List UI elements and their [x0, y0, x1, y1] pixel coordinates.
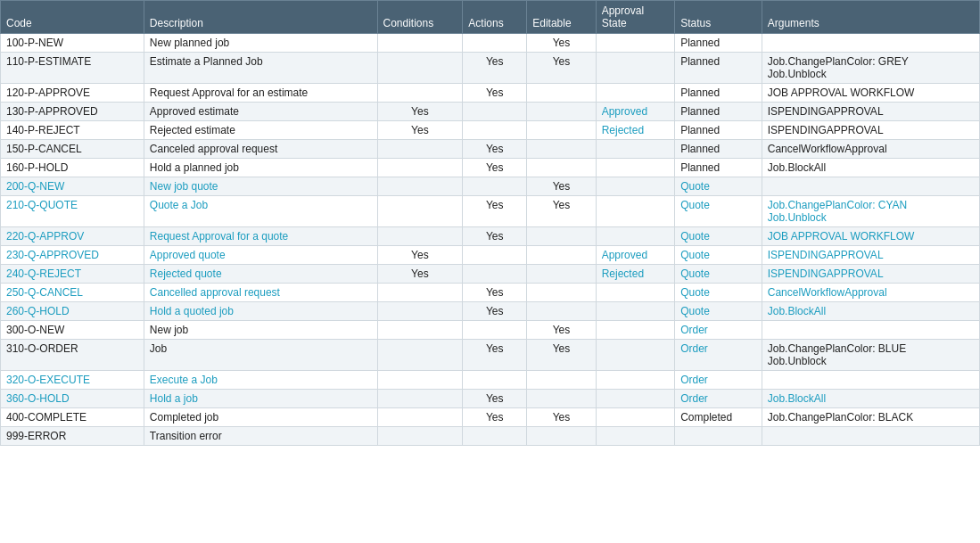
cell-arguments: Job.ChangePlanColor: GREYJob.Unblock: [762, 53, 979, 84]
cell-arguments: [762, 321, 979, 340]
cell-description: Quote a Job: [144, 196, 377, 227]
table-row: 320-O-EXECUTEExecute a JobOrder: [1, 371, 980, 390]
cell-description: New job quote: [144, 177, 377, 196]
cell-arguments: JOB APPROVAL WORKFLOW: [762, 227, 979, 246]
table-row: 200-Q-NEWNew job quoteYesQuote: [1, 177, 980, 196]
table-row: 260-Q-HOLDHold a quoted jobYesQuoteJob.B…: [1, 302, 980, 321]
cell-actions: Yes: [463, 302, 527, 321]
table-row: 150-P-CANCELCanceled approval requestYes…: [1, 140, 980, 159]
cell-approval-state: [596, 196, 674, 227]
table-row: 140-P-REJECTRejected estimateYesRejected…: [1, 121, 980, 140]
cell-code: 320-O-EXECUTE: [1, 371, 144, 390]
cell-editable: Yes: [527, 408, 596, 427]
cell-arguments: [762, 371, 979, 390]
cell-status: Planned: [675, 140, 762, 159]
cell-code: 260-Q-HOLD: [1, 302, 144, 321]
cell-approval-state: [596, 371, 674, 390]
cell-description: Hold a job: [144, 390, 377, 408]
cell-code: 310-O-ORDER: [1, 340, 144, 371]
cell-arguments: [762, 177, 979, 196]
cell-arguments: CancelWorkflowApproval: [762, 284, 979, 302]
cell-approval-state: [596, 284, 674, 302]
table-row: 120-P-APPROVERequest Approval for an est…: [1, 84, 980, 103]
cell-actions: Yes: [463, 140, 527, 159]
cell-approval-state: Rejected: [596, 265, 674, 284]
cell-actions: Yes: [463, 53, 527, 84]
cell-description: Cancelled approval request: [144, 284, 377, 302]
cell-editable: Yes: [527, 196, 596, 227]
cell-description: Hold a quoted job: [144, 302, 377, 321]
col-arguments: Arguments: [762, 1, 979, 34]
cell-approval-state: [596, 84, 674, 103]
col-editable: Editable: [527, 1, 596, 34]
cell-approval-state: [596, 340, 674, 371]
workflow-table: Code Description Conditions Actions Edit…: [0, 0, 980, 446]
cell-status: Completed: [675, 408, 762, 427]
cell-arguments: CancelWorkflowApproval: [762, 140, 979, 159]
cell-description: Job: [144, 340, 377, 371]
table-row: 220-Q-APPROVRequest Approval for a quote…: [1, 227, 980, 246]
cell-editable: [527, 390, 596, 408]
cell-arguments: Job.BlockAll: [762, 159, 979, 177]
cell-actions: Yes: [463, 390, 527, 408]
cell-status: Planned: [675, 34, 762, 53]
cell-conditions: Yes: [377, 246, 463, 265]
table-row: 360-O-HOLDHold a jobYesOrderJob.BlockAll: [1, 390, 980, 408]
cell-code: 400-COMPLETE: [1, 408, 144, 427]
cell-arguments: Job.ChangePlanColor: BLACK: [762, 408, 979, 427]
cell-status: [675, 427, 762, 446]
cell-code: 360-O-HOLD: [1, 390, 144, 408]
cell-code: 100-P-NEW: [1, 34, 144, 53]
col-conditions: Conditions: [377, 1, 463, 34]
cell-actions: [463, 177, 527, 196]
cell-conditions: [377, 321, 463, 340]
cell-description: Rejected estimate: [144, 121, 377, 140]
cell-actions: [463, 103, 527, 121]
table-row: 100-P-NEWNew planned jobYesPlanned: [1, 34, 980, 53]
cell-actions: Yes: [463, 284, 527, 302]
cell-status: Quote: [675, 284, 762, 302]
cell-actions: [463, 265, 527, 284]
cell-actions: Yes: [463, 340, 527, 371]
cell-editable: Yes: [527, 177, 596, 196]
col-approval-state: ApprovalState: [596, 1, 674, 34]
cell-status: Order: [675, 340, 762, 371]
cell-arguments: [762, 34, 979, 53]
cell-conditions: [377, 34, 463, 53]
cell-actions: Yes: [463, 227, 527, 246]
cell-editable: [527, 246, 596, 265]
cell-approval-state: [596, 140, 674, 159]
cell-approval-state: Approved: [596, 246, 674, 265]
cell-description: Approved quote: [144, 246, 377, 265]
cell-editable: [527, 302, 596, 321]
cell-description: Transition error: [144, 427, 377, 446]
table-header-row: Code Description Conditions Actions Edit…: [1, 1, 980, 34]
cell-conditions: [377, 427, 463, 446]
cell-code: 110-P-ESTIMATE: [1, 53, 144, 84]
cell-status: Quote: [675, 227, 762, 246]
cell-arguments: Job.ChangePlanColor: BLUEJob.Unblock: [762, 340, 979, 371]
table-row: 130-P-APPROVEDApproved estimateYesApprov…: [1, 103, 980, 121]
col-code: Code: [1, 1, 144, 34]
cell-arguments: ISPENDINGAPPROVAL: [762, 265, 979, 284]
cell-actions: Yes: [463, 159, 527, 177]
cell-editable: Yes: [527, 34, 596, 53]
cell-arguments: ISPENDINGAPPROVAL: [762, 246, 979, 265]
cell-code: 150-P-CANCEL: [1, 140, 144, 159]
cell-arguments: Job.ChangePlanColor: CYANJob.Unblock: [762, 196, 979, 227]
cell-conditions: Yes: [377, 103, 463, 121]
cell-editable: [527, 284, 596, 302]
cell-approval-state: [596, 408, 674, 427]
cell-editable: Yes: [527, 53, 596, 84]
cell-code: 300-O-NEW: [1, 321, 144, 340]
cell-conditions: [377, 371, 463, 390]
cell-description: Completed job: [144, 408, 377, 427]
cell-actions: Yes: [463, 408, 527, 427]
cell-conditions: Yes: [377, 121, 463, 140]
table-row: 250-Q-CANCELCancelled approval requestYe…: [1, 284, 980, 302]
cell-status: Quote: [675, 265, 762, 284]
cell-approval-state: [596, 177, 674, 196]
cell-conditions: [377, 84, 463, 103]
cell-code: 230-Q-APPROVED: [1, 246, 144, 265]
cell-arguments: Job.BlockAll: [762, 302, 979, 321]
